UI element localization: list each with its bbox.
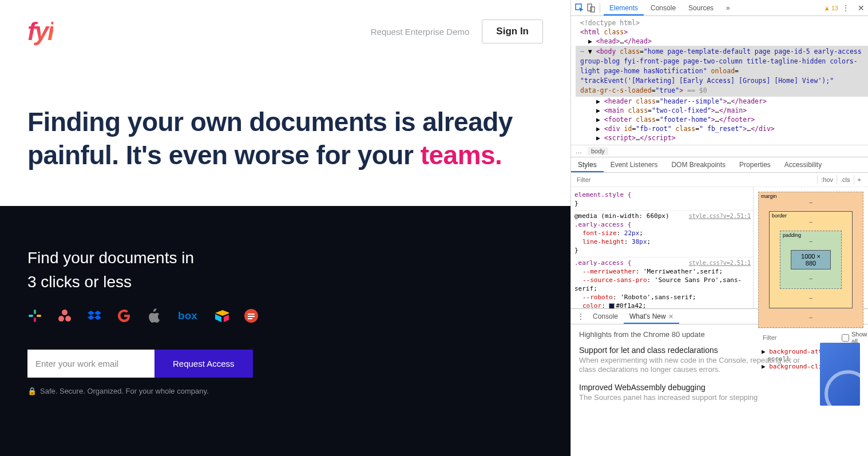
styles-tab-properties[interactable]: Properties xyxy=(732,157,778,172)
lock-icon: 🔒 xyxy=(27,387,37,395)
breadcrumb-body[interactable]: body xyxy=(588,147,608,155)
site-header: fyi Request Enterprise Demo Sign In xyxy=(27,17,543,46)
tab-console[interactable]: Console xyxy=(645,1,681,15)
svg-rect-17 xyxy=(248,318,252,319)
rule-element-style: element.style { xyxy=(574,191,631,199)
dom-breadcrumbs: … body xyxy=(571,145,868,157)
bm-dash4: – xyxy=(809,275,812,281)
breadcrumb-ellipsis[interactable]: … xyxy=(576,148,582,154)
integrations-row: box xyxy=(27,308,543,323)
v-lh: 38px xyxy=(632,238,647,245)
svg-rect-2 xyxy=(37,315,41,317)
styles-tab-a11y[interactable]: Accessibility xyxy=(778,157,829,172)
p-lh: line-height xyxy=(582,238,624,245)
email-input[interactable] xyxy=(27,350,154,378)
styles-filter-input[interactable] xyxy=(574,174,817,185)
svg-marker-9 xyxy=(88,315,94,320)
svg-rect-15 xyxy=(248,314,255,315)
bm-border-label: border xyxy=(772,213,787,219)
logo[interactable]: fyi xyxy=(27,17,53,46)
warnings-badge[interactable]: ▲ 13 xyxy=(824,5,838,11)
styles-tab-styles[interactable]: Styles xyxy=(571,157,604,172)
v-color: #0f1a42 xyxy=(616,302,642,308)
add-rule-button[interactable]: + xyxy=(854,175,865,184)
dom-script[interactable]: ▶ <script>…</script> xyxy=(576,133,868,142)
bm-dash2: – xyxy=(809,219,812,225)
headline-accent: teams. xyxy=(421,140,502,170)
styles-tab-dom-bp[interactable]: DOM Breakpoints xyxy=(664,157,732,172)
p-merri: --merriweather xyxy=(582,268,636,275)
dom-body-selected[interactable]: ⋯ ▼ <body class="home page-template-defa… xyxy=(576,46,868,97)
rule-source-link-1[interactable]: style.css?v=2.51:1 xyxy=(689,212,751,220)
rule-source-link-2[interactable]: style.css?v=2.51:1 xyxy=(689,259,751,267)
hov-toggle[interactable]: :hov xyxy=(817,175,837,184)
dom-tree[interactable]: <!doctype html> <html class> ▶ <head>…</… xyxy=(571,16,868,145)
warning-count: 13 xyxy=(831,5,838,11)
subheading-line2: 3 clicks or less xyxy=(27,270,543,294)
cls-toggle[interactable]: .cls xyxy=(837,175,854,184)
drawer-item2-desc: The Sources panel has increased support … xyxy=(579,393,813,402)
dom-head[interactable]: ▶ <head>…</head> xyxy=(576,37,868,46)
dom-footer[interactable]: ▶ <footer class="footer-home">…</footer> xyxy=(576,115,868,124)
rule-selector-2: .early-access { xyxy=(574,259,631,267)
slack-icon xyxy=(27,308,42,323)
svg-point-5 xyxy=(58,316,64,322)
dom-main[interactable]: ▶ <main class="two-col-fixed">…</main> xyxy=(576,106,868,115)
css-rules-panel[interactable]: element.style { } style.css?v=2.51:1 @me… xyxy=(571,187,754,308)
styles-tab-events[interactable]: Event Listeners xyxy=(604,157,665,172)
svg-marker-7 xyxy=(88,311,94,315)
v-roboto: 'Roboto',sans-serif xyxy=(620,294,692,301)
bm-content: 1000 × 880 xyxy=(791,250,831,269)
body-extra-val: true xyxy=(660,86,676,94)
signup-form: Request Access xyxy=(27,350,543,378)
tab-overflow[interactable]: » xyxy=(720,1,736,15)
box-model: margin – border – padding – 1000 × 880 –… xyxy=(754,187,868,308)
drawer-item2-title[interactable]: Improved WebAssembly debugging xyxy=(579,383,813,392)
more-icon[interactable]: ⋮ xyxy=(839,4,852,12)
device-icon[interactable] xyxy=(586,3,596,13)
body-extra-attr: data-gr-c-s-loaded xyxy=(580,86,652,94)
bm-dash6: – xyxy=(809,314,812,320)
v-fs: 22px xyxy=(624,229,640,237)
svg-rect-0 xyxy=(29,315,33,317)
svg-marker-11 xyxy=(215,310,229,316)
apple-icon xyxy=(146,308,161,323)
svg-rect-16 xyxy=(248,316,255,317)
drawer-tab-console[interactable]: Console xyxy=(587,309,624,324)
google-icon xyxy=(117,308,132,323)
airtable-icon xyxy=(214,308,229,323)
drawer-tab-whatsnew[interactable]: What's New✕ xyxy=(624,309,679,324)
dom-header[interactable]: ▶ <header class="header--simple">…</head… xyxy=(576,97,868,106)
p-color: color xyxy=(582,302,601,308)
dom-html[interactable]: <html class> xyxy=(576,27,868,37)
close-tab-icon[interactable]: ✕ xyxy=(668,313,673,320)
drawer-item1-title[interactable]: Support for let and class redeclarations xyxy=(579,346,813,355)
whatsnew-label: What's New xyxy=(629,312,666,320)
dom-doctype[interactable]: <!doctype html> xyxy=(576,18,868,27)
request-demo-link[interactable]: Request Enterprise Demo xyxy=(371,27,470,37)
tab-sources[interactable]: Sources xyxy=(683,1,719,15)
tagline: 🔒 Safe. Secure. Organized. For your whol… xyxy=(27,387,543,395)
dom-div[interactable]: ▶ <div id="fb-root" class=" fb_reset">…<… xyxy=(576,124,868,133)
bm-dash3: – xyxy=(809,238,812,244)
inspect-icon[interactable] xyxy=(574,3,585,13)
rule-selector-1: .early-access { xyxy=(574,221,631,228)
drawer-more-icon[interactable]: ⋮ xyxy=(574,312,587,320)
request-access-button[interactable]: Request Access xyxy=(154,350,253,378)
bm-dash: – xyxy=(809,199,812,205)
dropbox-icon xyxy=(87,308,102,323)
subheading-line1: Find your documents in xyxy=(27,246,543,270)
drawer-item1-desc: When experimenting with new code in the … xyxy=(579,356,813,375)
p-roboto: --roboto xyxy=(582,294,613,301)
close-devtools-icon[interactable]: ✕ xyxy=(858,3,865,13)
styles-tabs: Styles Event Listeners DOM Breakpoints P… xyxy=(571,157,868,173)
bm-dash5: – xyxy=(809,295,812,301)
tagline-text: Safe. Secure. Organized. For your whole … xyxy=(40,387,209,395)
drawer-thumbnail xyxy=(820,343,860,406)
svg-rect-19 xyxy=(588,4,592,11)
p-ssp: --source-sans-pro xyxy=(582,276,647,284)
sign-in-button[interactable]: Sign In xyxy=(482,19,543,43)
box-icon: box xyxy=(176,308,199,323)
tab-elements[interactable]: Elements xyxy=(604,1,644,15)
drawer: ⋮ Console What's New✕ ✕ Highlights from … xyxy=(571,308,868,456)
